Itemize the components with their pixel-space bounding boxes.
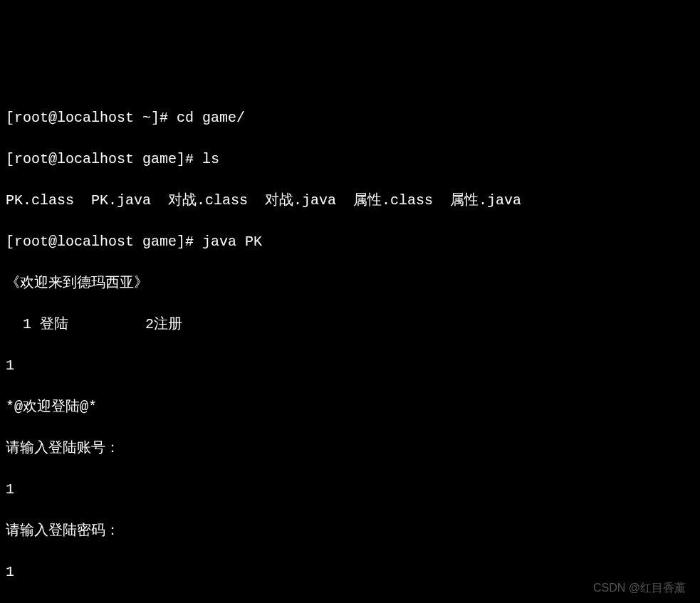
prompt: [root@localhost ~]# — [6, 110, 177, 126]
login-welcome: *@欢迎登陆@* — [6, 397, 694, 417]
command-cd: cd game/ — [177, 110, 245, 126]
terminal-line: [root@localhost ~]# cd game/ — [6, 108, 694, 128]
user-input: 1 — [6, 479, 694, 500]
user-input: 1 — [6, 562, 694, 582]
prompt: [root@localhost game]# — [6, 234, 202, 250]
welcome-title: 《欢迎来到德玛西亚》 — [6, 273, 694, 293]
ls-output: PK.class PK.java 对战.class 对战.java 属性.cla… — [6, 190, 694, 211]
watermark-text: CSDN @红目香薰 — [593, 580, 686, 596]
terminal-output: [root@localhost ~]# cd game/ [root@local… — [6, 87, 694, 603]
terminal-line: [root@localhost game]# ls — [6, 149, 694, 169]
command-ls: ls — [202, 151, 219, 167]
login-password-prompt: 请输入登陆密码： — [6, 520, 694, 541]
command-java: java PK — [202, 234, 262, 250]
terminal-line: [root@localhost game]# java PK — [6, 231, 694, 252]
menu-options: 1 登陆 2注册 — [6, 314, 694, 335]
user-input: 1 — [6, 355, 694, 376]
prompt: [root@localhost game]# — [6, 151, 202, 167]
login-account-prompt: 请输入登陆账号： — [6, 438, 694, 458]
